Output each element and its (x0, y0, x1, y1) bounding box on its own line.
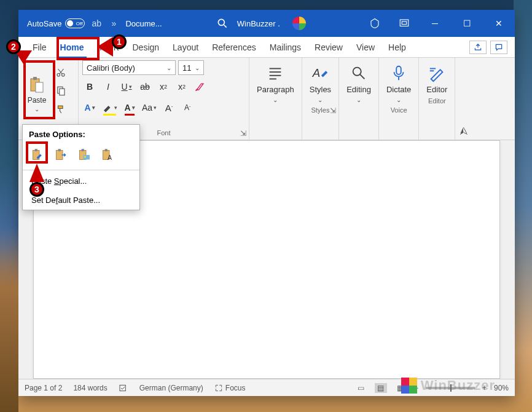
page-indicator[interactable]: Page 1 of 2 (25, 384, 62, 392)
svg-point-16 (353, 68, 361, 76)
coming-soon-icon[interactable] (360, 10, 389, 37)
autosave-toggle[interactable]: AutoSave Off (27, 18, 85, 28)
svg-rect-6 (36, 82, 43, 92)
format-painter-icon[interactable] (55, 104, 66, 117)
maximize-button[interactable]: ☐ (451, 10, 483, 37)
svg-rect-23 (35, 149, 38, 151)
paste-button[interactable]: Paste ⌄ (22, 60, 52, 124)
grow-font-button[interactable]: Aˆ (163, 101, 175, 114)
dictate-button[interactable]: Dictate ⌄ (379, 58, 418, 103)
svg-rect-3 (402, 22, 407, 25)
font-group-label: Font (157, 129, 170, 137)
svg-point-0 (218, 19, 224, 25)
styles-group-label: Styles (311, 106, 329, 114)
editor-group-label: Editor (428, 97, 446, 105)
styles-button[interactable]: A Styles ⌄ (302, 58, 338, 103)
keep-source-formatting-icon[interactable] (29, 146, 46, 164)
chevron-down-icon: ⌄ (34, 106, 39, 113)
change-case-button[interactable]: Aa▾ (142, 101, 157, 114)
svg-line-1 (224, 25, 226, 28)
autosave-label: AutoSave (27, 19, 61, 28)
qat-overflow-icon[interactable]: » (108, 18, 119, 29)
font-dialog-launcher-icon[interactable]: ⇲ (240, 129, 246, 138)
collapse-ribbon-icon[interactable]: ⮙ (455, 58, 472, 140)
user-avatar-icon[interactable] (292, 17, 306, 30)
bold-button[interactable]: B (84, 80, 96, 93)
share-button[interactable] (469, 41, 487, 54)
svg-line-17 (360, 74, 365, 79)
annotation-callout-1: 1 (112, 34, 127, 49)
word-count[interactable]: 184 words (73, 384, 107, 392)
user-name[interactable]: WinBuzzer . (237, 19, 280, 28)
svg-rect-2 (400, 20, 409, 26)
styles-dialog-launcher-icon[interactable]: ⇲ (330, 106, 336, 115)
editing-button[interactable]: Editing ⌄ (339, 58, 378, 103)
font-name-combo[interactable]: Calibri (Body)⌄ (82, 60, 176, 75)
font-size-combo[interactable]: 11⌄ (178, 60, 204, 75)
svg-rect-18 (396, 66, 401, 74)
copy-icon[interactable] (55, 85, 66, 99)
read-mode-icon[interactable]: ▭ (355, 383, 367, 393)
paragraph-button[interactable]: Paragraph ⌄ (249, 58, 302, 103)
highlight-button[interactable]: ▾ (102, 101, 117, 114)
print-layout-icon[interactable]: ▤ (375, 383, 387, 393)
close-button[interactable]: ✕ (483, 10, 515, 37)
tab-review[interactable]: Review (308, 37, 350, 58)
watermark: WinBuzzer (401, 378, 495, 394)
text-only-icon[interactable]: A (99, 146, 116, 164)
clear-format-icon[interactable] (194, 80, 206, 93)
svg-point-29 (84, 156, 86, 158)
svg-rect-21 (120, 385, 125, 390)
superscript-button[interactable]: x2 (176, 80, 188, 93)
text-effects-button[interactable]: A▾ (84, 101, 96, 114)
tab-help[interactable]: Help (381, 37, 413, 58)
svg-rect-31 (105, 149, 108, 151)
italic-button[interactable]: I (102, 80, 114, 93)
titlebar: AutoSave Off ab » Docume... WinBuzzer . … (18, 10, 515, 37)
tab-view[interactable]: View (350, 37, 381, 58)
paste-options-title: Paste Options: (23, 125, 139, 144)
svg-text:A: A (312, 66, 321, 79)
ribbon-tabs: File Home Insert Design Layout Reference… (18, 37, 515, 58)
voice-group-label: Voice (391, 106, 407, 114)
svg-rect-25 (58, 149, 61, 151)
strikethrough-button[interactable]: ab (139, 80, 151, 93)
editor-button[interactable]: Editor (419, 58, 455, 94)
shrink-font-button[interactable]: Aˇ (181, 101, 194, 114)
strikethrough-qat-icon[interactable]: ab (91, 18, 102, 29)
svg-rect-5 (33, 77, 37, 80)
document-name[interactable]: Docume... (125, 19, 162, 28)
search-icon[interactable] (216, 17, 229, 30)
language-status[interactable]: German (Germany) (139, 384, 203, 392)
zoom-level[interactable]: 90% (494, 384, 509, 392)
subscript-button[interactable]: x2 (157, 80, 170, 93)
underline-button[interactable]: U▾ (120, 80, 133, 93)
svg-rect-24 (57, 151, 63, 160)
annotation-arrow-1 (97, 37, 113, 57)
annotation-callout-2: 2 (6, 39, 21, 54)
merge-formatting-icon[interactable] (52, 146, 69, 164)
svg-rect-10 (60, 89, 65, 95)
focus-mode-button[interactable]: Focus (214, 384, 246, 392)
svg-rect-28 (84, 155, 90, 160)
annotation-arrow-3 (29, 164, 44, 182)
tab-layout[interactable]: Layout (166, 37, 205, 58)
tab-references[interactable]: References (205, 37, 263, 58)
svg-rect-27 (82, 149, 85, 151)
font-color-button[interactable]: A▾ (123, 101, 136, 114)
cut-icon[interactable] (55, 67, 66, 81)
tab-design[interactable]: Design (125, 37, 166, 58)
spellcheck-status-icon[interactable] (119, 383, 128, 393)
watermark-logo-icon (401, 378, 417, 394)
annotation-callout-3: 3 (29, 182, 44, 197)
display-options-icon[interactable] (389, 10, 419, 37)
svg-text:A: A (108, 154, 112, 161)
comments-button[interactable] (490, 41, 507, 54)
minimize-button[interactable]: ─ (419, 10, 451, 37)
tab-home[interactable]: Home (53, 37, 91, 58)
picture-paste-icon[interactable] (76, 146, 93, 164)
tab-mailings[interactable]: Mailings (263, 37, 308, 58)
